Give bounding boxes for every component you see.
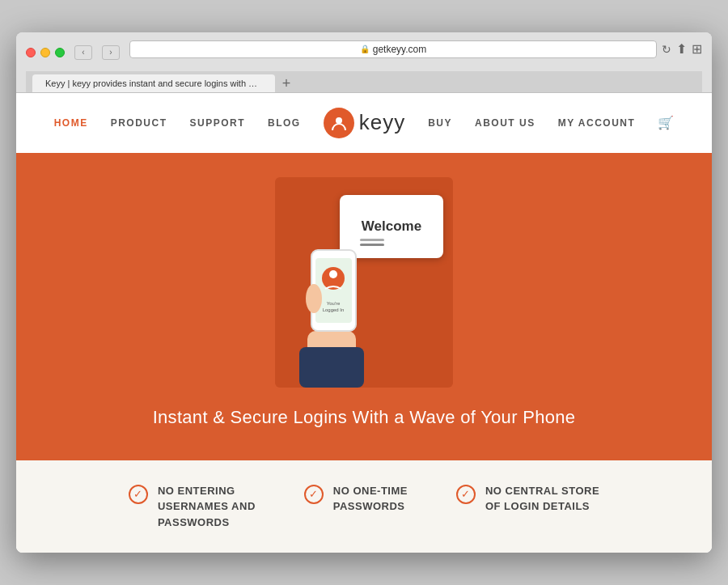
reload-button[interactable]: ↻ [662, 43, 671, 56]
nav-link-buy[interactable]: BUY [428, 117, 452, 129]
hand-phone-svg: You're Logged In [283, 218, 380, 388]
feature-item-1: ✓ NO ENTERINGUSERNAMES ANDPASSWORDS [129, 483, 256, 531]
share-button[interactable]: ⬆ [676, 41, 687, 57]
logo-icon [324, 108, 354, 138]
feature-text-1: NO ENTERINGUSERNAMES ANDPASSWORDS [158, 483, 256, 531]
address-bar[interactable]: 🔒 getkeyy.com [129, 40, 657, 58]
svg-point-10 [306, 284, 322, 313]
nav-link-product[interactable]: PRODUCT [111, 117, 167, 129]
browser-titlebar: ‹ › 🔒 getkeyy.com ↻ ⬆ ⊞ Keyy | keyy prov… [16, 32, 712, 93]
svg-point-7 [329, 270, 337, 278]
feature-item-2: ✓ NO ONE-TIMEPASSWORDS [304, 483, 408, 531]
svg-point-0 [336, 117, 342, 124]
site-navigation: HOME PRODUCT SUPPORT BLOG keyy BUY ABOUT… [16, 93, 712, 153]
browser-window: ‹ › 🔒 getkeyy.com ↻ ⬆ ⊞ Keyy | keyy prov… [16, 32, 712, 553]
nav-link-blog[interactable]: BLOG [268, 117, 301, 129]
website-content: HOME PRODUCT SUPPORT BLOG keyy BUY ABOUT… [16, 93, 712, 553]
back-button[interactable]: ‹ [74, 45, 92, 60]
feature-item-3: ✓ NO CENTRAL STOREOF LOGIN DETAILS [456, 483, 599, 531]
svg-rect-3 [299, 347, 364, 388]
features-section: ✓ NO ENTERINGUSERNAMES ANDPASSWORDS ✓ NO… [16, 460, 712, 553]
url-text: getkeyy.com [373, 44, 426, 55]
feature-text-3: NO CENTRAL STOREOF LOGIN DETAILS [485, 483, 599, 515]
feature-check-1: ✓ [129, 485, 148, 504]
cart-icon[interactable]: 🛒 [658, 115, 674, 130]
hero-illustration: Welcome [275, 177, 453, 388]
browser-controls: ‹ › 🔒 getkeyy.com ↻ ⬆ ⊞ [26, 40, 702, 65]
svg-text:Logged In: Logged In [323, 307, 345, 312]
new-tab-button[interactable]: ⊞ [692, 41, 702, 57]
minimize-button[interactable] [40, 48, 50, 57]
nav-link-about[interactable]: ABOUT US [475, 117, 535, 129]
nav-link-account[interactable]: MY ACCOUNT [558, 117, 636, 129]
add-tab-button[interactable]: + [278, 75, 294, 91]
feature-check-2: ✓ [304, 485, 324, 504]
svg-text:You're: You're [327, 301, 341, 306]
nav-link-support[interactable]: SUPPORT [190, 117, 246, 129]
nav-link-home[interactable]: HOME [54, 117, 88, 129]
hero-tagline: Instant & Secure Logins With a Wave of Y… [153, 407, 576, 428]
feature-check-3: ✓ [456, 485, 476, 504]
active-tab[interactable]: Keyy | keyy provides instant and secure … [32, 74, 275, 92]
lock-icon: 🔒 [360, 45, 370, 53]
forward-button[interactable]: › [102, 45, 120, 60]
maximize-button[interactable] [55, 48, 65, 57]
tab-bar: Keyy | keyy provides instant and secure … [26, 71, 702, 92]
close-button[interactable] [26, 48, 36, 57]
site-logo[interactable]: keyy [324, 108, 405, 138]
logo-text: keyy [359, 110, 405, 135]
feature-text-2: NO ONE-TIMEPASSWORDS [333, 483, 408, 515]
hero-section: Welcome [16, 153, 712, 460]
